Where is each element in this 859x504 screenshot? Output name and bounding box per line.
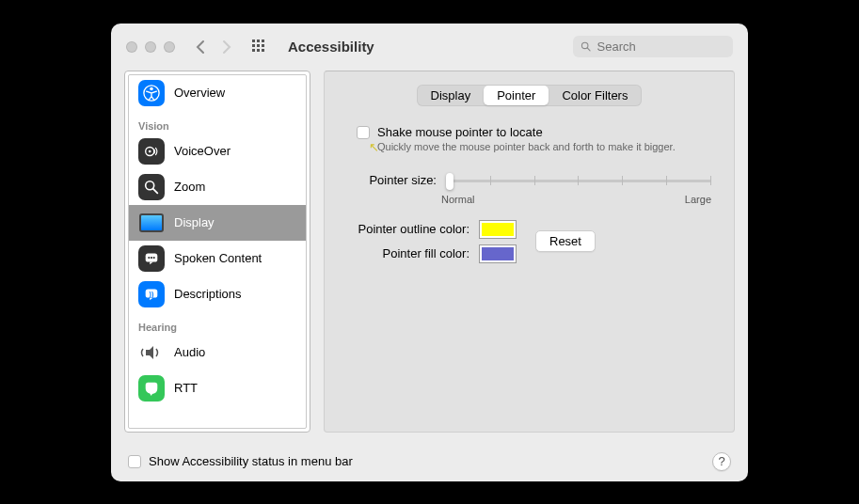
- cursor-icon: ↖: [369, 140, 379, 154]
- svg-rect-8: [262, 49, 264, 52]
- sidebar-item-rtt[interactable]: RTT: [129, 370, 306, 406]
- window-title: Accessibility: [288, 39, 565, 55]
- sidebar-item-overview[interactable]: Overview: [129, 75, 306, 111]
- back-icon[interactable]: [194, 39, 207, 55]
- pointer-size-slider[interactable]: [446, 171, 711, 190]
- close-window-button[interactable]: [126, 41, 137, 53]
- reset-button[interactable]: Reset: [535, 230, 596, 252]
- voiceover-icon: [138, 138, 165, 165]
- display-icon: [138, 210, 165, 236]
- sidebar-item-label: VoiceOver: [174, 144, 231, 158]
- sidebar-item-descriptions[interactable]: )) Descriptions: [129, 276, 306, 312]
- svg-rect-7: [257, 49, 260, 52]
- sidebar-item-display[interactable]: Display: [129, 205, 306, 241]
- pointer-size-scale: Normal Large: [441, 194, 711, 205]
- shake-pointer-row: Shake mouse pointer to locate Quickly mo…: [357, 125, 711, 152]
- sidebar-item-zoom[interactable]: Zoom: [129, 169, 306, 205]
- main-panel: Display Pointer Color Filters Shake mous…: [324, 71, 735, 433]
- sidebar-item-label: Zoom: [174, 180, 205, 194]
- titlebar: Accessibility: [111, 24, 748, 71]
- svg-rect-3: [252, 44, 255, 47]
- svg-rect-1: [257, 39, 260, 42]
- svg-text:)): )): [150, 289, 154, 297]
- svg-rect-4: [257, 44, 260, 47]
- shake-pointer-description: Quickly move the mouse pointer back and …: [377, 141, 676, 152]
- footer: Show Accessibility status in menu bar ?: [111, 442, 748, 481]
- audio-icon: [138, 339, 165, 366]
- minimize-window-button[interactable]: [145, 41, 156, 53]
- svg-line-10: [587, 48, 590, 51]
- search-input[interactable]: [597, 39, 725, 54]
- sidebar-item-label: Overview: [174, 86, 225, 100]
- nav-buttons: [194, 39, 233, 55]
- status-menubar-label: Show Accessibility status in menu bar: [149, 454, 353, 468]
- svg-point-20: [153, 257, 155, 259]
- shake-pointer-checkbox[interactable]: [357, 126, 370, 139]
- sidebar-item-label: RTT: [174, 381, 198, 395]
- tab-color-filters[interactable]: Color Filters: [549, 86, 641, 105]
- tab-bar: Display Pointer Color Filters: [347, 85, 711, 106]
- status-menubar-checkbox[interactable]: [128, 455, 141, 468]
- zoom-window-button[interactable]: [164, 41, 175, 53]
- preferences-window: Accessibility Overview Vision: [111, 24, 748, 481]
- sidebar-item-label: Audio: [174, 345, 205, 359]
- pointer-size-min: Normal: [441, 194, 474, 205]
- svg-point-19: [151, 257, 152, 259]
- sidebar-item-voiceover[interactable]: VoiceOver: [129, 134, 306, 169]
- sidebar-item-label: Display: [174, 215, 215, 229]
- zoom-icon: [138, 174, 165, 200]
- forward-icon[interactable]: [220, 39, 233, 55]
- tab-pointer[interactable]: Pointer: [484, 86, 549, 105]
- svg-rect-0: [252, 39, 255, 42]
- svg-point-14: [149, 150, 151, 152]
- sidebar-item-audio[interactable]: Audio: [129, 335, 306, 370]
- pointer-color-rows: Pointer outline color: Reset Pointer fil…: [347, 220, 711, 263]
- svg-point-18: [148, 257, 150, 259]
- sidebar-item-spoken-content[interactable]: Spoken Content: [129, 241, 306, 276]
- outline-color-label: Pointer outline color:: [347, 222, 469, 236]
- pointer-size-label: Pointer size:: [366, 173, 437, 187]
- svg-rect-2: [262, 39, 264, 42]
- svg-point-12: [150, 87, 153, 90]
- shake-pointer-label: Shake mouse pointer to locate: [377, 125, 676, 139]
- rtt-icon: [138, 375, 165, 402]
- sidebar: Overview Vision VoiceOver Zoom: [124, 71, 310, 433]
- sidebar-item-label: Descriptions: [174, 287, 242, 301]
- sidebar-item-label: Spoken Content: [174, 251, 262, 265]
- sidebar-section-hearing: Hearing: [129, 312, 306, 335]
- traffic-lights: [126, 41, 175, 53]
- show-all-button[interactable]: [252, 39, 267, 55]
- sidebar-scroll[interactable]: Overview Vision VoiceOver Zoom: [128, 74, 307, 429]
- content-area: Overview Vision VoiceOver Zoom: [111, 71, 748, 442]
- svg-rect-6: [252, 49, 255, 52]
- tab-display[interactable]: Display: [418, 86, 485, 105]
- accessibility-icon: [138, 80, 165, 106]
- outline-color-well[interactable]: [479, 220, 517, 239]
- search-icon: [581, 40, 592, 53]
- help-button[interactable]: ?: [712, 452, 731, 471]
- spoken-content-icon: [138, 245, 165, 272]
- svg-line-16: [153, 188, 158, 193]
- svg-rect-5: [262, 44, 264, 47]
- pointer-size-max: Large: [685, 194, 711, 205]
- pointer-size-row: Pointer size:: [366, 171, 711, 190]
- fill-color-label: Pointer fill color:: [347, 246, 469, 260]
- search-field[interactable]: [573, 36, 733, 57]
- sidebar-section-vision: Vision: [129, 111, 306, 134]
- descriptions-icon: )): [138, 281, 165, 307]
- fill-color-well[interactable]: [479, 244, 517, 263]
